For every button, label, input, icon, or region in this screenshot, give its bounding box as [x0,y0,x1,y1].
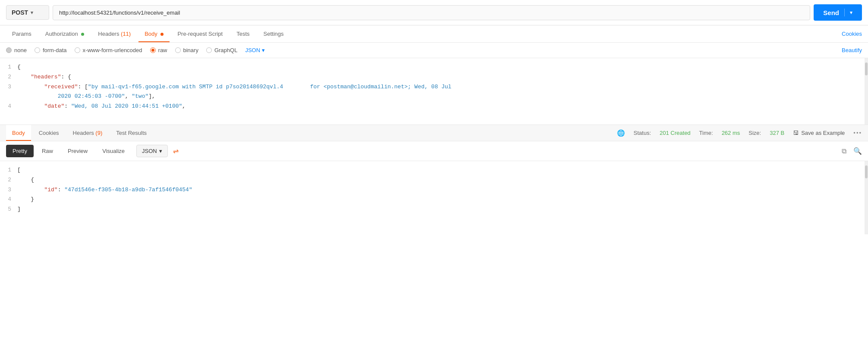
resp-linecontent-3: "id": "47d1546e-f305-4b18-a9db-7af1546f0… [17,186,868,195]
authorization-dot [81,33,84,36]
radio-binary[interactable]: binary [175,47,198,53]
resp-linecontent-1: [ [17,166,868,175]
status-value: 201 Created [660,130,691,136]
method-label: POST [12,9,28,16]
time-label: Time: [699,130,713,136]
resp-line-3: 3 "id": "47d1546e-f305-4b18-a9db-7af1546… [0,185,868,195]
search-icon[interactable]: 🔍 [853,147,862,155]
editor-scrollbar-track[interactable] [865,58,868,125]
req-linecontent-4: "date": "Wed, 08 Jul 2020 10:44:51 +0100… [17,102,868,111]
response-toolbar: Pretty Raw Preview Visualize JSON ▾ ⇌ ⧉ … [0,141,868,161]
radio-raw-circle [150,47,156,53]
tab-tests[interactable]: Tests [230,25,255,42]
req-linecontent-1: { [17,63,868,72]
tab-headers-label: Headers [98,31,121,37]
tab-prerequest[interactable]: Pre-request Script [171,25,229,42]
resp-tab-body-label: Body [12,130,25,136]
radio-none[interactable]: none [6,47,27,53]
globe-icon: 🌐 [617,129,625,137]
send-divider [844,9,845,16]
radio-raw[interactable]: raw [150,47,167,53]
method-chevron-icon: ▾ [31,10,33,16]
resp-scrollbar-track[interactable] [865,161,868,234]
response-tabs: Body Cookies Headers (9) Test Results 🌐 … [0,125,868,141]
request-tabs: Params Authorization Headers (11) Body P… [0,25,868,43]
save-as-example-button[interactable]: 🖫 Save as Example [793,130,845,136]
resp-actions: ⧉ 🔍 [842,147,862,155]
format-raw-button[interactable]: Raw [35,145,60,157]
format-pretty-button[interactable]: Pretty [6,145,34,157]
req-linenum-4: 4 [0,102,17,111]
radio-formdata-label: form-data [43,47,67,53]
resp-tab-cookies[interactable]: Cookies [33,125,65,141]
copy-icon[interactable]: ⧉ [842,147,846,155]
send-button[interactable]: Send ▾ [814,4,862,21]
radio-binary-circle [175,47,181,53]
tab-authorization[interactable]: Authorization [39,25,91,42]
tab-tests-label: Tests [236,31,249,37]
radio-graphql-circle [206,47,212,53]
req-linenum-3: 3 [0,83,17,92]
resp-tab-headers[interactable]: Headers (9) [67,125,109,141]
json-format-select[interactable]: JSON ▾ [245,47,265,53]
format-preview-button[interactable]: Preview [61,145,94,157]
tab-settings[interactable]: Settings [258,25,290,42]
resp-scrollbar-thumb[interactable] [865,165,868,178]
send-label: Send [823,9,839,16]
req-linecontent-3: "received": ["by mail-qv1-f65.google.com… [17,83,868,92]
url-bar: POST ▾ Send ▾ [0,0,868,25]
editor-scrollbar-thumb[interactable] [865,62,868,75]
resp-linenum-5: 5 [0,205,17,214]
tab-body[interactable]: Body [138,25,170,42]
request-code-editor: 1 { 2 "headers": { 3 "received": ["by ma… [0,58,868,125]
resp-json-chevron-icon: ▾ [159,148,162,154]
tab-body-label: Body [145,31,157,37]
format-raw-label: Raw [42,148,53,154]
tab-authorization-label: Authorization [45,31,78,37]
status-label: Status: [634,130,651,136]
more-options-icon[interactable]: ••• [853,130,862,136]
resp-linenum-4: 4 [0,195,17,204]
filter-icon[interactable]: ⇌ [173,147,179,155]
body-dot [160,33,164,36]
resp-headers-count: (9) [95,130,102,136]
method-select[interactable]: POST ▾ [6,5,49,20]
save-icon: 🖫 [793,130,799,136]
resp-tab-testresults[interactable]: Test Results [110,125,153,141]
radio-binary-label: binary [183,47,198,53]
tab-params[interactable]: Params [6,25,38,42]
format-visualize-button[interactable]: Visualize [96,145,131,157]
send-chevron-icon: ▾ [850,10,852,16]
req-linecontent-3b: 2020 02:45:03 -0700", "two"], [17,92,868,101]
json-format-label: JSON [245,47,260,53]
radio-none-circle [6,47,12,53]
radio-graphql[interactable]: GraphQL [206,47,237,53]
req-line-2: 2 "headers": { [0,72,868,82]
format-preview-label: Preview [68,148,88,154]
resp-line-5: 5 ] [0,205,868,215]
beautify-button[interactable]: Beautify [842,47,862,53]
resp-line-2: 2 { [0,175,868,185]
resp-tab-body[interactable]: Body [6,125,31,141]
tab-params-label: Params [12,31,31,37]
size-label: Size: [748,130,761,136]
url-input[interactable] [53,5,810,20]
time-value: 262 ms [722,130,740,136]
req-line-1: 1 { [0,62,868,72]
format-pretty-label: Pretty [13,148,27,154]
radio-urlencoded[interactable]: x-www-form-urlencoded [75,47,142,53]
save-example-label: Save as Example [801,130,845,136]
headers-count: (11) [121,31,131,37]
tab-prerequest-label: Pre-request Script [177,31,223,37]
req-line-3: 3 "received": ["by mail-qv1-f65.google.c… [0,82,868,92]
resp-linenum-3: 3 [0,186,17,195]
tab-settings-label: Settings [264,31,284,37]
tab-headers[interactable]: Headers (11) [92,25,137,42]
resp-json-select[interactable]: JSON ▾ [136,145,168,157]
body-type-bar: none form-data x-www-form-urlencoded raw… [0,43,868,58]
resp-linenum-2: 2 [0,176,17,185]
radio-formdata[interactable]: form-data [35,47,67,53]
resp-json-label: JSON [142,148,157,154]
cookies-link[interactable]: Cookies [842,31,862,37]
radio-formdata-circle [35,47,40,53]
